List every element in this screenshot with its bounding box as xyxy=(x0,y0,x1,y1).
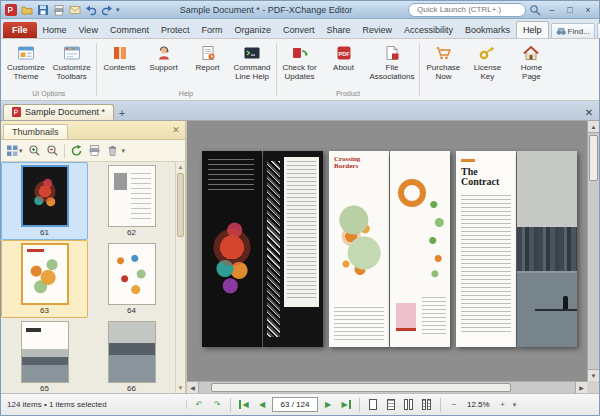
tab-review[interactable]: Review xyxy=(357,22,399,38)
thumbnail-page-63[interactable]: 63 xyxy=(1,240,88,318)
vertical-scrollbar-thumb[interactable] xyxy=(589,135,598,181)
print-icon[interactable] xyxy=(52,3,66,17)
thumbnail-page-66[interactable]: 66 xyxy=(88,318,175,393)
command-line-help-button[interactable]: Command Line Help xyxy=(230,40,275,82)
tab-view[interactable]: View xyxy=(73,22,104,38)
tab-file[interactable]: File xyxy=(3,22,37,38)
redo-icon[interactable] xyxy=(100,3,114,17)
quick-launch-input[interactable] xyxy=(408,3,526,17)
zoom-in-button[interactable]: + xyxy=(495,397,511,413)
thumbnail-page-62[interactable]: 62 xyxy=(88,162,175,240)
scroll-down-icon[interactable]: ▼ xyxy=(588,369,599,381)
zoom-dropdown-icon[interactable]: ▾ xyxy=(513,401,517,409)
tab-share[interactable]: Share xyxy=(320,22,356,38)
thumbnails-panel-tab[interactable]: Thumbnails xyxy=(3,124,68,139)
thumbnails-list: 61 62 63 64 xyxy=(1,162,185,393)
print-thumbnails-button[interactable] xyxy=(86,142,103,159)
delete-page-button[interactable] xyxy=(104,142,121,159)
tab-protect[interactable]: Protect xyxy=(155,22,196,38)
contents-button[interactable]: Contents xyxy=(98,40,142,82)
support-button[interactable]: Support xyxy=(142,40,186,82)
first-page-button[interactable]: ◀ xyxy=(236,397,252,413)
tab-comment[interactable]: Comment xyxy=(104,22,155,38)
page-62[interactable] xyxy=(263,151,323,347)
search-icon[interactable] xyxy=(528,3,542,17)
zoom-in-thumbnails-button[interactable] xyxy=(26,142,43,159)
vertical-scrollbar[interactable]: ▲ ▼ xyxy=(587,121,599,381)
rotate-page-button[interactable] xyxy=(68,142,85,159)
file-associations-button[interactable]: File Associations xyxy=(366,40,419,82)
tab-bookmarks[interactable]: Bookmarks xyxy=(459,22,516,38)
button-label: Key xyxy=(481,72,495,81)
next-page-button[interactable]: ▶ xyxy=(320,397,336,413)
close-panel-icon[interactable]: ✕ xyxy=(169,123,183,137)
customize-quick-access-icon[interactable]: ▾ xyxy=(116,6,124,14)
license-key-button[interactable]: License Key xyxy=(465,40,509,82)
contents-book-icon xyxy=(110,43,130,63)
zoom-out-thumbnails-button[interactable] xyxy=(44,142,61,159)
about-button[interactable]: PDF About xyxy=(322,40,366,82)
find-tab[interactable]: Find... xyxy=(551,23,595,38)
close-button[interactable]: × xyxy=(580,3,596,17)
tab-convert[interactable]: Convert xyxy=(277,22,321,38)
purchase-now-button[interactable]: Purchase Now xyxy=(421,40,465,82)
thumbnail-page-61[interactable]: 61 xyxy=(1,162,88,240)
document-tab-active[interactable]: Sample Document * xyxy=(3,104,114,120)
page-number-input[interactable] xyxy=(272,397,318,412)
scroll-left-icon[interactable]: ◀ xyxy=(187,382,199,393)
scroll-up-icon[interactable]: ▲ xyxy=(176,162,185,172)
mail-icon[interactable] xyxy=(68,3,82,17)
thumbnail-page-65[interactable]: 65 xyxy=(1,318,88,393)
two-page-continuous-button[interactable] xyxy=(419,397,435,413)
two-page-icon xyxy=(409,399,413,410)
scroll-right-icon[interactable]: ▶ xyxy=(575,382,587,393)
thumbnail-page-64[interactable]: 64 xyxy=(88,240,175,318)
dropdown-arrow-icon: ▾ xyxy=(19,147,23,155)
new-tab-button[interactable]: + xyxy=(114,105,130,120)
undo-icon[interactable] xyxy=(84,3,98,17)
next-view-button[interactable]: ↷ xyxy=(209,397,225,413)
panel-options-button[interactable]: ▾ xyxy=(4,142,25,159)
page-65[interactable]: The Contract xyxy=(456,151,516,347)
tab-organize[interactable]: Organize xyxy=(228,22,277,38)
thumbnail-image xyxy=(108,165,156,227)
customize-theme-button[interactable]: Customize Theme xyxy=(3,40,49,82)
more-tools-icon[interactable]: ▾ xyxy=(122,147,126,155)
tab-help[interactable]: Help xyxy=(516,21,549,38)
zoom-out-button[interactable]: − xyxy=(446,397,462,413)
check-for-updates-button[interactable]: Check for Updates xyxy=(278,40,322,82)
page-text xyxy=(208,159,254,193)
thumbnail-image xyxy=(108,321,156,383)
report-button[interactable]: Report xyxy=(186,40,230,82)
close-document-button[interactable]: ✕ xyxy=(581,105,597,120)
scroll-up-icon[interactable]: ▲ xyxy=(588,121,599,133)
page-61[interactable] xyxy=(202,151,262,347)
panel-scrollbar[interactable]: ▲ ▼ xyxy=(175,162,185,393)
home-page-button[interactable]: Home Page xyxy=(509,40,553,82)
tab-home[interactable]: Home xyxy=(37,22,73,38)
page-64[interactable] xyxy=(390,151,450,347)
tab-form[interactable]: Form xyxy=(195,22,228,38)
two-page-layout-button[interactable] xyxy=(401,397,417,413)
maximize-button[interactable]: □ xyxy=(562,3,578,17)
page-66[interactable] xyxy=(517,151,577,347)
minimize-button[interactable]: – xyxy=(544,3,560,17)
zoom-level[interactable]: 12.5% xyxy=(464,400,493,409)
continuous-layout-button[interactable] xyxy=(383,397,399,413)
status-bar: 124 items • 1 items selected ↶ ↷ ◀ ◀ ▶ ▶… xyxy=(1,393,599,415)
horizontal-scroll-track[interactable] xyxy=(199,382,575,393)
horizontal-scrollbar[interactable]: ◀ ▶ xyxy=(187,381,587,393)
last-page-button[interactable]: ▶ xyxy=(338,397,354,413)
page-63[interactable]: Crossing Borders xyxy=(329,151,389,347)
scroll-down-icon[interactable]: ▼ xyxy=(176,383,185,393)
previous-page-button[interactable]: ◀ xyxy=(254,397,270,413)
customize-toolbars-button[interactable]: Customize Toolbars xyxy=(49,40,95,82)
open-icon[interactable] xyxy=(20,3,34,17)
single-page-layout-button[interactable] xyxy=(365,397,381,413)
horizontal-scrollbar-thumb[interactable] xyxy=(211,383,511,392)
previous-view-button[interactable]: ↶ xyxy=(191,397,207,413)
save-icon[interactable] xyxy=(36,3,50,17)
page-text xyxy=(334,307,384,341)
tab-accessibility[interactable]: Accessibility xyxy=(398,22,459,38)
panel-scrollbar-thumb[interactable] xyxy=(177,173,184,237)
